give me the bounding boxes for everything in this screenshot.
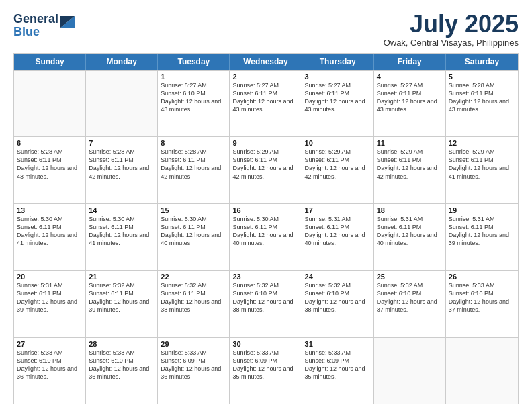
day-number: 19: [449, 206, 515, 214]
cell-text: Sunrise: 5:28 AM Sunset: 6:11 PM Dayligh…: [161, 148, 226, 181]
header-day-thursday: Thursday: [302, 54, 374, 70]
location: Owak, Central Visayas, Philippines: [384, 38, 519, 48]
calendar-row-4: 27Sunrise: 5:33 AM Sunset: 6:10 PM Dayli…: [14, 337, 518, 404]
cell-text: Sunrise: 5:33 AM Sunset: 6:10 PM Dayligh…: [89, 349, 154, 381]
calendar-cell-21: 21Sunrise: 5:32 AM Sunset: 6:11 PM Dayli…: [86, 271, 158, 336]
calendar-cell-28: 28Sunrise: 5:33 AM Sunset: 6:10 PM Dayli…: [86, 338, 158, 404]
day-number: 14: [89, 206, 154, 214]
header: General Blue July 2025 Owak, Central Vis…: [13, 11, 519, 48]
calendar-cell-23: 23Sunrise: 5:32 AM Sunset: 6:10 PM Dayli…: [230, 271, 302, 336]
calendar-cell-11: 11Sunrise: 5:29 AM Sunset: 6:11 PM Dayli…: [374, 137, 446, 203]
day-number: 11: [377, 139, 443, 147]
header-day-saturday: Saturday: [446, 54, 518, 70]
cell-text: Sunrise: 5:32 AM Sunset: 6:11 PM Dayligh…: [161, 281, 226, 314]
day-number: 16: [232, 206, 298, 214]
calendar-cell-19: 19Sunrise: 5:31 AM Sunset: 6:11 PM Dayli…: [446, 204, 518, 270]
day-number: 17: [305, 206, 371, 214]
header-day-sunday: Sunday: [14, 54, 86, 70]
calendar-cell-18: 18Sunrise: 5:31 AM Sunset: 6:11 PM Dayli…: [374, 204, 446, 270]
calendar: SundayMondayTuesdayWednesdayThursdayFrid…: [13, 53, 519, 404]
cell-text: Sunrise: 5:33 AM Sunset: 6:09 PM Dayligh…: [232, 349, 298, 381]
day-number: 5: [449, 73, 515, 81]
calendar-cell-13: 13Sunrise: 5:30 AM Sunset: 6:11 PM Dayli…: [14, 204, 86, 270]
day-number: 29: [161, 340, 226, 348]
calendar-cell-1: 1Sunrise: 5:27 AM Sunset: 6:10 PM Daylig…: [158, 71, 230, 136]
calendar-cell-6: 6Sunrise: 5:28 AM Sunset: 6:11 PM Daylig…: [14, 137, 86, 203]
day-number: 7: [89, 139, 154, 147]
cell-text: Sunrise: 5:27 AM Sunset: 6:11 PM Dayligh…: [377, 81, 443, 114]
calendar-cell-16: 16Sunrise: 5:30 AM Sunset: 6:11 PM Dayli…: [230, 204, 302, 270]
cell-text: Sunrise: 5:32 AM Sunset: 6:10 PM Dayligh…: [305, 281, 371, 314]
calendar-cell-12: 12Sunrise: 5:29 AM Sunset: 6:11 PM Dayli…: [446, 137, 518, 203]
calendar-cell-3: 3Sunrise: 5:27 AM Sunset: 6:11 PM Daylig…: [302, 71, 374, 136]
logo-text-general: General: [13, 13, 58, 26]
cell-text: Sunrise: 5:31 AM Sunset: 6:11 PM Dayligh…: [449, 215, 515, 248]
calendar-cell-17: 17Sunrise: 5:31 AM Sunset: 6:11 PM Dayli…: [302, 204, 374, 270]
header-day-wednesday: Wednesday: [230, 54, 302, 70]
logo-icon: [60, 9, 75, 28]
calendar-cell-9: 9Sunrise: 5:29 AM Sunset: 6:11 PM Daylig…: [230, 137, 302, 203]
calendar-cell-8: 8Sunrise: 5:28 AM Sunset: 6:11 PM Daylig…: [158, 137, 230, 203]
cell-text: Sunrise: 5:33 AM Sunset: 6:09 PM Dayligh…: [305, 349, 371, 381]
day-number: 28: [89, 340, 154, 348]
cell-text: Sunrise: 5:33 AM Sunset: 6:09 PM Dayligh…: [161, 349, 226, 381]
day-number: 27: [17, 340, 83, 348]
month-title: July 2025: [384, 11, 519, 38]
day-number: 8: [161, 139, 226, 147]
calendar-cell-empty: [374, 338, 446, 404]
day-number: 26: [449, 273, 515, 281]
calendar-cell-10: 10Sunrise: 5:29 AM Sunset: 6:11 PM Dayli…: [302, 137, 374, 203]
calendar-cell-empty: [14, 71, 86, 136]
cell-text: Sunrise: 5:29 AM Sunset: 6:11 PM Dayligh…: [305, 148, 371, 181]
calendar-row-3: 20Sunrise: 5:31 AM Sunset: 6:11 PM Dayli…: [14, 270, 518, 336]
cell-text: Sunrise: 5:27 AM Sunset: 6:11 PM Dayligh…: [232, 81, 298, 114]
calendar-cell-empty: [446, 338, 518, 404]
cell-text: Sunrise: 5:30 AM Sunset: 6:11 PM Dayligh…: [232, 215, 298, 248]
cell-text: Sunrise: 5:32 AM Sunset: 6:11 PM Dayligh…: [89, 281, 154, 314]
cell-text: Sunrise: 5:33 AM Sunset: 6:10 PM Dayligh…: [449, 281, 515, 314]
calendar-header: SundayMondayTuesdayWednesdayThursdayFrid…: [14, 54, 518, 70]
calendar-cell-4: 4Sunrise: 5:27 AM Sunset: 6:11 PM Daylig…: [374, 71, 446, 136]
title-block: July 2025 Owak, Central Visayas, Philipp…: [384, 11, 519, 48]
cell-text: Sunrise: 5:31 AM Sunset: 6:11 PM Dayligh…: [17, 281, 83, 314]
cell-text: Sunrise: 5:29 AM Sunset: 6:11 PM Dayligh…: [449, 148, 515, 181]
day-number: 13: [17, 206, 83, 214]
day-number: 6: [17, 139, 83, 147]
day-number: 21: [89, 273, 154, 281]
cell-text: Sunrise: 5:32 AM Sunset: 6:10 PM Dayligh…: [377, 281, 443, 314]
cell-text: Sunrise: 5:29 AM Sunset: 6:11 PM Dayligh…: [377, 148, 443, 181]
day-number: 10: [305, 139, 371, 147]
cell-text: Sunrise: 5:27 AM Sunset: 6:10 PM Dayligh…: [161, 81, 226, 114]
header-day-tuesday: Tuesday: [158, 54, 230, 70]
cell-text: Sunrise: 5:28 AM Sunset: 6:11 PM Dayligh…: [89, 148, 154, 181]
cell-text: Sunrise: 5:31 AM Sunset: 6:11 PM Dayligh…: [377, 215, 443, 248]
calendar-body: 1Sunrise: 5:27 AM Sunset: 6:10 PM Daylig…: [14, 70, 518, 404]
calendar-cell-27: 27Sunrise: 5:33 AM Sunset: 6:10 PM Dayli…: [14, 338, 86, 404]
cell-text: Sunrise: 5:29 AM Sunset: 6:11 PM Dayligh…: [232, 148, 298, 181]
day-number: 18: [377, 206, 443, 214]
calendar-cell-31: 31Sunrise: 5:33 AM Sunset: 6:09 PM Dayli…: [302, 338, 374, 404]
day-number: 20: [17, 273, 83, 281]
day-number: 15: [161, 206, 226, 214]
day-number: 2: [232, 73, 298, 81]
calendar-cell-30: 30Sunrise: 5:33 AM Sunset: 6:09 PM Dayli…: [230, 338, 302, 404]
day-number: 12: [449, 139, 515, 147]
calendar-cell-20: 20Sunrise: 5:31 AM Sunset: 6:11 PM Dayli…: [14, 271, 86, 336]
cell-text: Sunrise: 5:33 AM Sunset: 6:10 PM Dayligh…: [17, 349, 83, 381]
calendar-cell-7: 7Sunrise: 5:28 AM Sunset: 6:11 PM Daylig…: [86, 137, 158, 203]
calendar-cell-24: 24Sunrise: 5:32 AM Sunset: 6:10 PM Dayli…: [302, 271, 374, 336]
day-number: 9: [232, 139, 298, 147]
day-number: 22: [161, 273, 226, 281]
cell-text: Sunrise: 5:30 AM Sunset: 6:11 PM Dayligh…: [89, 215, 154, 248]
calendar-cell-2: 2Sunrise: 5:27 AM Sunset: 6:11 PM Daylig…: [230, 71, 302, 136]
cell-text: Sunrise: 5:30 AM Sunset: 6:11 PM Dayligh…: [161, 215, 226, 248]
page: General Blue July 2025 Owak, Central Vis…: [0, 0, 532, 411]
calendar-cell-26: 26Sunrise: 5:33 AM Sunset: 6:10 PM Dayli…: [446, 271, 518, 336]
cell-text: Sunrise: 5:32 AM Sunset: 6:10 PM Dayligh…: [232, 281, 298, 314]
day-number: 24: [305, 273, 371, 281]
header-day-monday: Monday: [86, 54, 158, 70]
calendar-row-1: 6Sunrise: 5:28 AM Sunset: 6:11 PM Daylig…: [14, 136, 518, 203]
cell-text: Sunrise: 5:27 AM Sunset: 6:11 PM Dayligh…: [305, 81, 371, 114]
calendar-cell-15: 15Sunrise: 5:30 AM Sunset: 6:11 PM Dayli…: [158, 204, 230, 270]
day-number: 3: [305, 73, 371, 81]
